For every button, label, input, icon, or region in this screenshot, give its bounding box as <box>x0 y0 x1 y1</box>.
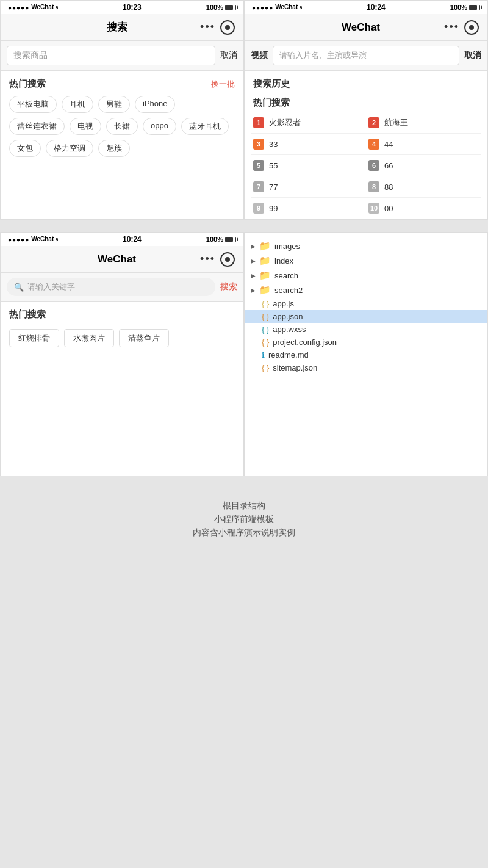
hot-tag-清蒸鱼片[interactable]: 清蒸鱼片 <box>119 329 169 347</box>
hot-text-2: 航海王 <box>384 117 408 128</box>
tag-iphone[interactable]: iPhone <box>135 96 175 113</box>
file-tree-appwxss[interactable]: { } app.wxss <box>245 323 487 336</box>
nav-more-1[interactable]: ••• <box>200 21 215 34</box>
battery-icon-3 <box>225 237 236 242</box>
search-area-3: 🔍 请输入关键字 搜索 <box>1 273 243 302</box>
nav-circle-1[interactable] <box>220 20 235 35</box>
nav-circle-2[interactable] <box>464 20 479 35</box>
file-icon-projectconfig: { } <box>262 338 269 347</box>
file-tree-readme[interactable]: ℹ readme.md <box>245 349 487 361</box>
hot-text-7: 77 <box>269 183 278 192</box>
file-tree-appjs[interactable]: { } app.js <box>245 297 487 310</box>
hot-item-3[interactable]: 3 33 <box>251 134 366 155</box>
tag-蕾丝连衣裙[interactable]: 蕾丝连衣裙 <box>9 118 65 135</box>
cancel-btn-2[interactable]: 取消 <box>464 50 481 61</box>
panel-2: ●●●●● WeChat ᵴ 10:24 100% WeChat ••• 视频 <box>244 0 488 220</box>
file-name-search2: search2 <box>274 286 303 295</box>
hot-text-1: 火影忍者 <box>269 117 301 128</box>
nav-title-1: 搜索 <box>107 20 127 34</box>
file-name-index: index <box>274 256 293 266</box>
hot-item-1[interactable]: 1 火影忍者 <box>251 112 366 134</box>
arrow-search: ▶ <box>251 272 256 279</box>
gap-1 <box>0 220 488 232</box>
panel-3: ●●●●● WeChat ᵴ 10:24 100% WeChat ••• <box>0 232 244 476</box>
tag-长裙[interactable]: 长裙 <box>106 118 138 135</box>
rank-badge-3: 3 <box>253 139 264 150</box>
file-name-appjs: app.js <box>273 299 294 308</box>
status-left-2: ●●●●● WeChat ᵴ <box>252 4 302 11</box>
nav-more-2[interactable]: ••• <box>444 21 459 34</box>
hot-text-6: 66 <box>384 161 393 170</box>
history-title: 搜索历史 <box>245 71 487 95</box>
rank-badge-10: 10 <box>368 203 379 214</box>
refresh-btn-1[interactable]: 换一批 <box>211 79 235 90</box>
file-name-images: images <box>274 242 300 251</box>
file-icon-appjs: { } <box>262 299 269 308</box>
status-left-3: ●●●●● WeChat ᵴ <box>8 236 58 243</box>
tag-女包[interactable]: 女包 <box>9 140 41 157</box>
file-tree-images[interactable]: ▶ 📁 images <box>245 239 487 253</box>
hot-item-6[interactable]: 6 66 <box>366 155 481 176</box>
tab-video[interactable]: 视频 <box>251 50 268 61</box>
tag-格力空调[interactable]: 格力空调 <box>46 140 93 157</box>
carrier-2: WeChat ᵴ <box>275 4 302 11</box>
hot-title-1: 热门搜索 <box>9 78 46 90</box>
file-name-projectconfig: project.config.json <box>273 338 337 347</box>
tag-魅族[interactable]: 魅族 <box>98 140 130 157</box>
nav-bar-2: WeChat ••• <box>245 14 487 41</box>
folder-icon-images: 📁 <box>259 241 271 251</box>
file-icon-appwxss: { } <box>262 325 269 334</box>
hot-item-2[interactable]: 2 航海王 <box>366 112 481 134</box>
signal-icon-1: ●●●●● <box>8 4 29 11</box>
search-input-2[interactable]: 请输入片名、主演或导演 <box>273 46 459 65</box>
hot-item-9[interactable]: 9 99 <box>251 198 366 219</box>
file-tree-search2[interactable]: ▶ 📁 search2 <box>245 283 487 297</box>
tag-电视[interactable]: 电视 <box>70 118 101 135</box>
nav-circle-3[interactable] <box>220 252 235 267</box>
search-box-3[interactable]: 🔍 请输入关键字 <box>7 278 215 296</box>
hot-text-4: 44 <box>384 140 393 149</box>
status-bar-1: ●●●●● WeChat ᵴ 10:23 100% <box>1 1 243 14</box>
tag-蓝牙耳机[interactable]: 蓝牙耳机 <box>181 118 229 135</box>
file-name-readme: readme.md <box>268 350 309 360</box>
tag-oppo[interactable]: oppo <box>143 118 176 135</box>
hot-item-10[interactable]: 10 00 <box>366 198 481 219</box>
hot-item-4[interactable]: 4 44 <box>366 134 481 155</box>
carrier-3: WeChat ᵴ <box>31 236 58 243</box>
file-tree-search[interactable]: ▶ 📁 search <box>245 268 487 283</box>
cancel-btn-1[interactable]: 取消 <box>220 50 237 61</box>
search-btn-3[interactable]: 搜索 <box>220 281 237 292</box>
tag-平板电脑[interactable]: 平板电脑 <box>9 96 57 113</box>
hot-item-5[interactable]: 5 55 <box>251 155 366 176</box>
battery-area-3: 100% <box>206 236 236 243</box>
file-tree-index[interactable]: ▶ 📁 index <box>245 253 487 268</box>
battery-icon-2 <box>469 5 480 10</box>
file-name-sitemap: sitemap.json <box>273 363 317 372</box>
hot-section-header-2: 热门搜索 <box>245 95 487 112</box>
search-area-2: 视频 请输入片名、主演或导演 取消 <box>245 41 487 71</box>
nav-more-3[interactable]: ••• <box>200 253 215 266</box>
hot-text-8: 88 <box>384 183 393 192</box>
hot-tag-水煮肉片[interactable]: 水煮肉片 <box>64 329 114 347</box>
hot-tag-红烧排骨[interactable]: 红烧排骨 <box>9 329 59 347</box>
battery-area-2: 100% <box>450 4 480 11</box>
nav-circle-inner-2 <box>469 25 474 30</box>
file-tree-projectconfig[interactable]: { } project.config.json <box>245 336 487 349</box>
hot-item-8[interactable]: 8 88 <box>366 176 481 198</box>
caption-line-2: 小程序前端模板 <box>0 514 488 525</box>
battery-pct-2: 100% <box>450 4 467 11</box>
folder-icon-search: 📁 <box>259 270 271 281</box>
hot-title-3: 热门搜索 <box>9 309 46 320</box>
search-input-1[interactable]: 搜索商品 <box>7 46 215 65</box>
search-area-1: 搜索商品 取消 <box>1 41 243 71</box>
nav-bar-3: WeChat ••• <box>1 246 243 273</box>
file-tree-appjson[interactable]: { } app.json <box>245 310 487 323</box>
file-tree-sitemap[interactable]: { } sitemap.json <box>245 361 487 374</box>
tag-耳机[interactable]: 耳机 <box>62 96 93 113</box>
hot-item-7[interactable]: 7 77 <box>251 176 366 198</box>
nav-title-2: WeChat <box>342 21 380 34</box>
hot-text-9: 99 <box>269 204 278 213</box>
tag-男鞋[interactable]: 男鞋 <box>98 96 130 113</box>
time-2: 10:24 <box>367 3 386 12</box>
arrow-index: ▶ <box>251 258 256 264</box>
